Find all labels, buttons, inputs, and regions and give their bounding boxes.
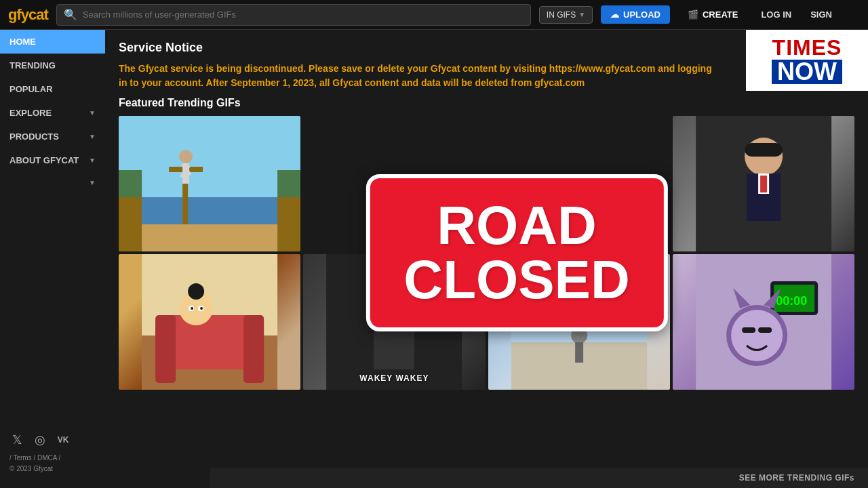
svg-rect-18 bbox=[155, 315, 176, 383]
svg-point-25 bbox=[191, 307, 193, 310]
featured-title: Featured Trending GIFs bbox=[119, 97, 854, 109]
upload-button[interactable]: ☁ UPLOAD bbox=[601, 5, 670, 24]
see-more-label: SEE MORE TRENDING GIFs bbox=[739, 473, 854, 483]
svg-point-47 bbox=[731, 310, 783, 361]
main-layout: HOME TRENDING POPULAR EXPLORE ▼ PRODUCTS… bbox=[0, 30, 868, 488]
chevron-down-icon: ▼ bbox=[578, 11, 585, 18]
svg-rect-14 bbox=[745, 143, 783, 157]
service-notice-message: The Gfycat service is being discontinued… bbox=[119, 62, 719, 90]
sidebar-item-trending[interactable]: TRENDING bbox=[0, 54, 105, 77]
gif-cell-cartoon1[interactable] bbox=[119, 254, 300, 390]
chevron-down-icon: ▼ bbox=[89, 157, 96, 164]
sidebar-item-products[interactable]: PRODUCTS ▼ bbox=[0, 125, 105, 148]
road-closed-line2: CLOSED bbox=[403, 253, 629, 307]
svg-rect-49 bbox=[758, 327, 772, 333]
svg-rect-2 bbox=[142, 224, 277, 251]
chevron-down-icon: ▼ bbox=[89, 109, 96, 117]
search-input[interactable] bbox=[83, 9, 524, 20]
road-closed-line1: ROAD bbox=[403, 199, 629, 253]
featured-section: Featured Trending GIFs bbox=[105, 97, 868, 390]
upload-icon: ☁ bbox=[610, 9, 619, 20]
suit-man-gif-graphic bbox=[673, 116, 854, 251]
gif-grid: WAKEY WAKEY bbox=[119, 116, 854, 390]
sidebar-item-popular[interactable]: POPULAR bbox=[0, 77, 105, 101]
sign-button[interactable]: SIGN bbox=[805, 5, 837, 24]
gif-cell-1[interactable] bbox=[119, 116, 300, 251]
chevron-down-icon: ▼ bbox=[89, 179, 96, 186]
cartoon1-gif-graphic bbox=[119, 254, 300, 390]
search-icon: 🔍 bbox=[64, 8, 77, 21]
svg-rect-39 bbox=[575, 342, 583, 363]
in-gifs-button[interactable]: IN GIFS ▼ bbox=[539, 6, 593, 24]
sidebar: HOME TRENDING POPULAR EXPLORE ▼ PRODUCTS… bbox=[0, 30, 105, 488]
road-closed-overlay: ROAD CLOSED bbox=[366, 174, 667, 331]
logo: gfycat bbox=[8, 6, 48, 24]
svg-rect-13 bbox=[760, 176, 767, 192]
see-more-bar[interactable]: SEE MORE TRENDING GIFs bbox=[210, 468, 868, 488]
sidebar-item-explore[interactable]: EXPLORE ▼ bbox=[0, 101, 105, 125]
times-now-ad[interactable]: TIMES NOW bbox=[746, 30, 868, 91]
chevron-down-icon: ▼ bbox=[89, 133, 96, 140]
beach-gif-graphic bbox=[119, 116, 300, 251]
gif-cell-suit[interactable] bbox=[673, 116, 854, 251]
svg-rect-22 bbox=[192, 283, 200, 296]
gif-cell-cat[interactable]: 00:00 bbox=[673, 254, 854, 390]
svg-rect-19 bbox=[243, 315, 264, 383]
svg-rect-1 bbox=[142, 197, 277, 224]
sidebar-item-about[interactable]: ABOUT GFYCAT ▼ bbox=[0, 148, 105, 172]
times-now-times: TIMES bbox=[772, 37, 842, 58]
sidebar-item-home[interactable]: HOME bbox=[0, 30, 105, 54]
create-icon: 🎬 bbox=[688, 9, 698, 20]
main-content: TIMES NOW Service Notice The Gfycat serv… bbox=[105, 30, 868, 488]
wakey-label: WAKEY WAKEY bbox=[359, 373, 429, 383]
login-button[interactable]: LOG IN bbox=[755, 5, 797, 24]
search-bar: 🔍 bbox=[56, 4, 531, 26]
svg-rect-48 bbox=[742, 327, 755, 333]
service-notice-title: Service Notice bbox=[119, 41, 719, 55]
svg-rect-0 bbox=[142, 116, 277, 197]
footer-links: / Terms / DMCA / © 2023 Gfycat bbox=[9, 453, 96, 474]
twitter-icon[interactable]: 𝕏 bbox=[9, 432, 24, 447]
bat-cat-gif-graphic: 00:00 bbox=[673, 254, 854, 390]
times-now-now: NOW bbox=[772, 60, 842, 84]
header: gfycat 🔍 IN GIFS ▼ ☁ UPLOAD 🎬 CREATE LOG… bbox=[0, 0, 868, 30]
svg-point-26 bbox=[200, 307, 203, 310]
svg-text:00:00: 00:00 bbox=[776, 294, 807, 308]
create-button[interactable]: 🎬 CREATE bbox=[678, 5, 747, 24]
service-notice: Service Notice The Gfycat service is bei… bbox=[105, 30, 732, 97]
sidebar-footer: 𝕏 ◎ VK / Terms / DMCA / © 2023 Gfycat bbox=[0, 426, 105, 481]
instagram-icon[interactable]: ◎ bbox=[33, 432, 47, 447]
sidebar-item-extra[interactable]: ▼ bbox=[0, 172, 105, 193]
social-icons: 𝕏 ◎ VK bbox=[9, 432, 96, 447]
vk-icon[interactable]: VK bbox=[56, 432, 71, 447]
svg-point-5 bbox=[179, 150, 193, 163]
